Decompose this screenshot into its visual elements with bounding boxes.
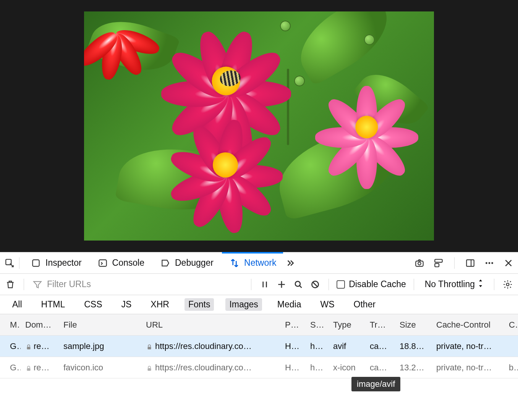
table-row[interactable]: G re… sample.jpg https://res.cloudinary.…	[0, 336, 518, 357]
cell-size: 13.2…	[395, 363, 432, 373]
disable-cache-checkbox[interactable]: Disable Cache	[337, 279, 406, 289]
filter-all[interactable]: All	[8, 298, 26, 311]
svg-rect-7	[466, 260, 474, 266]
svg-point-9	[489, 262, 490, 264]
throttling-label: No Throttling	[425, 279, 475, 289]
tab-inspector[interactable]: Inspector	[23, 252, 89, 273]
type-tooltip: image/avif	[351, 377, 400, 391]
checkbox-icon	[337, 280, 345, 289]
col-type[interactable]: Type	[329, 320, 365, 330]
svg-rect-6	[435, 263, 439, 267]
col-last[interactable]: C	[504, 320, 518, 330]
filter-xhr[interactable]: XHR	[147, 298, 173, 311]
cell-cache: private, no-tr…	[432, 341, 504, 351]
col-size[interactable]: Size	[395, 320, 432, 330]
network-requests-table: M Dom… File URL P… S… Type Tra… Size Cac…	[0, 314, 518, 420]
cell-url: https://res.cloudinary.co…	[141, 341, 280, 351]
sample-image	[84, 11, 434, 241]
page-viewport	[0, 0, 518, 252]
tab-label: Inspector	[45, 258, 82, 268]
tab-label: Console	[112, 258, 144, 268]
dock-side-button[interactable]	[465, 257, 476, 269]
updown-icon	[478, 279, 483, 289]
filter-js[interactable]: JS	[117, 298, 135, 311]
cell-type: x-icon	[329, 363, 365, 373]
throttling-select[interactable]: No Throttling	[422, 279, 486, 289]
cell-cache: private, no-tr…	[432, 363, 504, 373]
tabs-overflow-button[interactable]	[285, 257, 296, 269]
col-protocol[interactable]: P…	[280, 320, 306, 330]
cell-scheme: h…	[306, 341, 329, 351]
add-request-button[interactable]	[276, 279, 287, 290]
cell-transferred: ca…	[365, 363, 395, 373]
disable-cache-label: Disable Cache	[349, 279, 406, 289]
lock-icon	[146, 343, 153, 350]
filter-fonts[interactable]: Fonts	[185, 298, 214, 311]
tab-debugger[interactable]: Debugger	[153, 252, 220, 273]
svg-rect-2	[99, 260, 107, 266]
svg-rect-15	[148, 347, 151, 349]
cell-method: G	[5, 341, 21, 351]
col-domain[interactable]: Dom…	[21, 320, 59, 330]
cell-method: G	[5, 363, 21, 373]
tab-network[interactable]: Network	[222, 252, 283, 273]
filter-other[interactable]: Other	[350, 298, 380, 311]
cell-last: b	[504, 363, 518, 373]
cell-type: avif	[329, 341, 365, 351]
filter-images[interactable]: Images	[225, 298, 262, 311]
col-url[interactable]: URL	[141, 320, 280, 330]
network-toolbar: Filter URLs Disable Cache No Throttling	[0, 274, 518, 295]
tab-console[interactable]: Console	[90, 252, 151, 273]
responsive-design-button[interactable]	[433, 257, 444, 269]
col-transferred[interactable]: Tra…	[365, 320, 395, 330]
filter-placeholder: Filter URLs	[47, 279, 91, 289]
svg-point-10	[491, 262, 493, 264]
filter-ws[interactable]: WS	[317, 298, 338, 311]
col-file[interactable]: File	[59, 320, 141, 330]
lock-icon	[25, 364, 32, 371]
console-icon	[97, 257, 108, 269]
cell-protocol: H…	[280, 363, 306, 373]
cell-file: sample.jpg	[59, 341, 141, 351]
devtools-panel: Inspector Console Debugger Network	[0, 252, 518, 420]
cell-file: favicon.ico	[59, 363, 141, 373]
search-requests-button[interactable]	[293, 279, 304, 290]
svg-rect-14	[27, 347, 31, 349]
tab-label: Debugger	[175, 258, 214, 268]
inspector-icon	[30, 257, 42, 269]
filter-css[interactable]: CSS	[80, 298, 106, 311]
debugger-icon	[160, 257, 171, 269]
svg-point-13	[507, 283, 509, 286]
svg-rect-17	[148, 368, 151, 371]
close-devtools-button[interactable]	[503, 257, 514, 269]
cell-protocol: H…	[280, 341, 306, 351]
cell-domain: re…	[21, 341, 59, 351]
col-scheme[interactable]: S…	[306, 320, 329, 330]
block-requests-button[interactable]	[309, 279, 321, 290]
filter-media[interactable]: Media	[274, 298, 305, 311]
col-method[interactable]: M	[5, 320, 21, 330]
more-options-button[interactable]	[484, 257, 495, 269]
cell-scheme: h…	[306, 363, 329, 373]
col-cache[interactable]: Cache-Control	[432, 320, 504, 330]
screenshot-button[interactable]	[414, 257, 425, 269]
svg-rect-5	[435, 259, 442, 262]
network-settings-button[interactable]	[502, 279, 513, 290]
filter-html[interactable]: HTML	[37, 298, 69, 311]
clear-requests-button[interactable]	[5, 279, 16, 290]
cell-domain: re…	[21, 363, 59, 373]
filter-urls-input[interactable]: Filter URLs	[32, 279, 196, 290]
devtools-tabbar: Inspector Console Debugger Network	[0, 252, 518, 274]
svg-rect-16	[27, 368, 31, 371]
svg-point-11	[295, 281, 300, 286]
lock-icon	[25, 343, 32, 350]
pick-element-button[interactable]	[4, 257, 15, 269]
cell-size: 18.8…	[395, 341, 432, 351]
lock-icon	[146, 364, 153, 371]
table-row[interactable]: G re… favicon.ico https://res.cloudinary…	[0, 357, 518, 378]
pause-recording-button[interactable]	[259, 279, 270, 290]
svg-rect-1	[32, 260, 39, 266]
svg-point-8	[486, 262, 487, 264]
funnel-icon	[32, 279, 43, 290]
cell-url: https://res.cloudinary.co…	[141, 363, 280, 373]
